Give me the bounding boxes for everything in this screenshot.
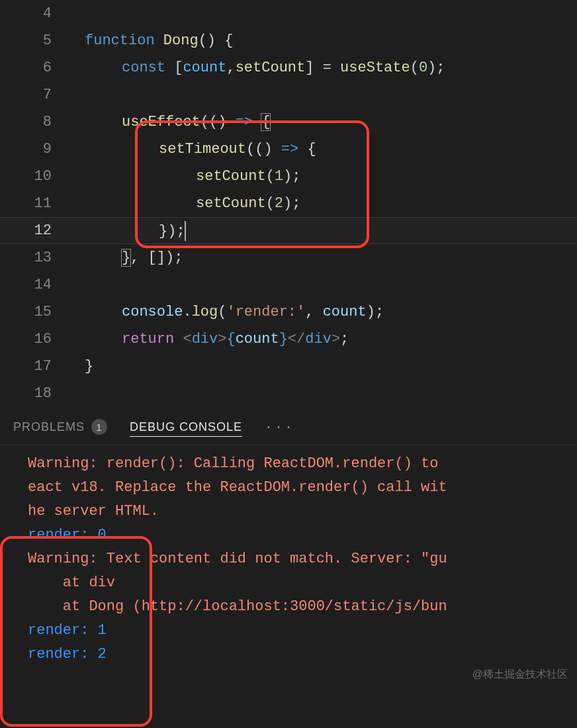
console-line: eact v18. Replace the ReactDOM.render() … <box>0 476 577 500</box>
line-number: 4 <box>0 5 71 22</box>
code-content: }, []); <box>71 250 577 266</box>
code-content: setCount(1); <box>71 168 577 185</box>
code-line[interactable]: 9setTimeout(() => { <box>0 136 577 163</box>
code-line[interactable]: 7 <box>0 81 577 109</box>
code-editor[interactable]: 45function Dong() {6const [count,setCoun… <box>0 0 577 409</box>
line-number: 8 <box>0 114 71 130</box>
code-line[interactable]: 8useEffect(() => { <box>0 109 577 136</box>
code-line[interactable]: 10setCount(1); <box>0 163 577 190</box>
code-content: setCount(2); <box>71 195 577 212</box>
line-number: 12 <box>0 222 71 239</box>
console-line: he server HTML. <box>0 500 577 523</box>
code-line[interactable]: 13}, []); <box>0 244 577 271</box>
console-line: render: 2 <box>0 643 577 666</box>
line-number: 14 <box>0 277 71 293</box>
line-number: 9 <box>0 141 71 158</box>
tabs-overflow-icon[interactable]: ··· <box>265 420 294 435</box>
tab-debug-console[interactable]: DEBUG CONSOLE <box>130 420 242 437</box>
code-content: return <div>{count}</div>; <box>71 331 577 347</box>
line-number: 15 <box>0 304 71 320</box>
code-line[interactable]: 12}); <box>0 217 577 244</box>
code-content: console.log('render:', count); <box>71 304 577 320</box>
line-number: 18 <box>0 385 71 402</box>
watermark: @稀土掘金技术社区 <box>472 668 568 682</box>
code-line[interactable]: 4 <box>0 0 577 27</box>
tab-debug-label: DEBUG CONSOLE <box>130 420 242 434</box>
panel-tabs: PROBLEMS 1 DEBUG CONSOLE ··· <box>0 409 577 445</box>
code-line[interactable]: 11setCount(2); <box>0 190 577 217</box>
code-line[interactable]: 16return <div>{count}</div>; <box>0 326 577 353</box>
line-number: 10 <box>0 168 71 185</box>
problems-badge: 1 <box>91 419 107 435</box>
code-line[interactable]: 6const [count,setCount] = useState(0); <box>0 54 577 81</box>
debug-console-output[interactable]: Warning: render(): Calling ReactDOM.rend… <box>0 445 577 666</box>
console-line: Warning: Text content did not match. Ser… <box>0 547 577 571</box>
code-line[interactable]: 17} <box>0 353 577 380</box>
line-number: 13 <box>0 250 71 266</box>
code-content: }); <box>71 221 577 241</box>
console-line: Warning: render(): Calling ReactDOM.rend… <box>0 452 577 476</box>
console-line: render: 0 <box>0 523 577 547</box>
line-number: 6 <box>0 60 71 76</box>
console-line: at div <box>0 571 577 595</box>
code-content: } <box>71 358 577 375</box>
line-number: 11 <box>0 195 71 212</box>
console-line: at Dong (http://localhost:3000/static/js… <box>0 595 577 619</box>
code-content: useEffect(() => { <box>71 114 577 130</box>
line-number: 7 <box>0 87 71 103</box>
code-line[interactable]: 5function Dong() { <box>0 27 577 54</box>
line-number: 17 <box>0 358 71 375</box>
tab-problems-label: PROBLEMS <box>13 420 85 434</box>
line-number: 5 <box>0 32 71 49</box>
code-content: setTimeout(() => { <box>71 141 577 158</box>
code-line[interactable]: 15console.log('render:', count); <box>0 298 577 326</box>
line-number: 16 <box>0 331 71 347</box>
code-line[interactable]: 14 <box>0 271 577 298</box>
code-content: function Dong() { <box>71 32 577 49</box>
tab-problems[interactable]: PROBLEMS 1 <box>13 419 107 435</box>
console-line: render: 1 <box>0 619 577 643</box>
code-line[interactable]: 18 <box>0 380 577 407</box>
code-content: const [count,setCount] = useState(0); <box>71 60 577 76</box>
text-cursor <box>185 221 186 241</box>
